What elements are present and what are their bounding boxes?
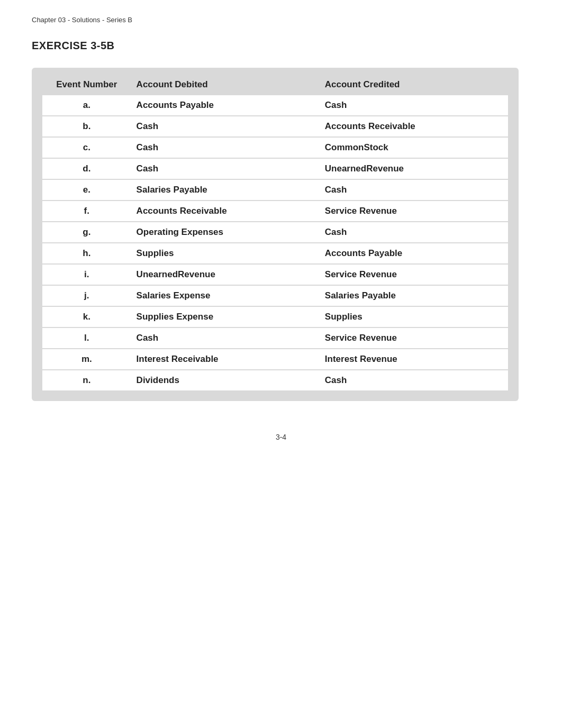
cell-credit: Supplies: [320, 306, 508, 327]
cell-event: f.: [42, 201, 131, 222]
cell-debit: Cash: [131, 327, 320, 349]
chapter-header: Chapter 03 - Solutions - Series B: [32, 16, 530, 24]
cell-credit: Interest Revenue: [320, 349, 508, 370]
cell-debit: UnearnedRevenue: [131, 264, 320, 285]
cell-event: e.: [42, 179, 131, 201]
cell-debit: Salaries Payable: [131, 179, 320, 201]
cell-debit: Accounts Payable: [131, 95, 320, 116]
table-header-row: Event Number Account Debited Account Cre…: [42, 73, 508, 95]
cell-event: g.: [42, 222, 131, 243]
cell-credit: Cash: [320, 179, 508, 201]
table-row: h.SuppliesAccounts Payable: [42, 243, 508, 264]
col-header-credit: Account Credited: [320, 73, 508, 95]
cell-debit: Supplies Expense: [131, 306, 320, 327]
cell-event: b.: [42, 116, 131, 137]
col-header-debit: Account Debited: [131, 73, 320, 95]
table-row: m.Interest ReceivableInterest Revenue: [42, 349, 508, 370]
cell-debit: Supplies: [131, 243, 320, 264]
cell-debit: Cash: [131, 116, 320, 137]
cell-event: k.: [42, 306, 131, 327]
cell-debit: Interest Receivable: [131, 349, 320, 370]
cell-credit: Service Revenue: [320, 264, 508, 285]
table-row: n.DividendsCash: [42, 370, 508, 390]
cell-credit: Salaries Payable: [320, 285, 508, 306]
cell-credit: Service Revenue: [320, 201, 508, 222]
cell-credit: Cash: [320, 370, 508, 390]
cell-debit: Operating Expenses: [131, 222, 320, 243]
cell-credit: Cash: [320, 222, 508, 243]
cell-debit: Dividends: [131, 370, 320, 390]
cell-event: d.: [42, 158, 131, 179]
cell-debit: Cash: [131, 158, 320, 179]
col-header-event: Event Number: [42, 73, 131, 95]
cell-event: i.: [42, 264, 131, 285]
cell-credit: Accounts Receivable: [320, 116, 508, 137]
table-row: j.Salaries ExpenseSalaries Payable: [42, 285, 508, 306]
table-row: b.CashAccounts Receivable: [42, 116, 508, 137]
table-row: c.CashCommonStock: [42, 137, 508, 158]
cell-credit: Service Revenue: [320, 327, 508, 349]
table-row: f.Accounts ReceivableService Revenue: [42, 201, 508, 222]
cell-event: h.: [42, 243, 131, 264]
table-row: e.Salaries PayableCash: [42, 179, 508, 201]
page-footer: 3-4: [32, 433, 530, 441]
table-row: l.CashService Revenue: [42, 327, 508, 349]
table-row: d.CashUnearnedRevenue: [42, 158, 508, 179]
cell-credit: UnearnedRevenue: [320, 158, 508, 179]
cell-debit: Salaries Expense: [131, 285, 320, 306]
table-row: i.UnearnedRevenueService Revenue: [42, 264, 508, 285]
cell-event: c.: [42, 137, 131, 158]
table-container: Event Number Account Debited Account Cre…: [32, 68, 519, 401]
cell-event: m.: [42, 349, 131, 370]
table-row: a.Accounts PayableCash: [42, 95, 508, 116]
cell-debit: Accounts Receivable: [131, 201, 320, 222]
cell-credit: Cash: [320, 95, 508, 116]
cell-credit: Accounts Payable: [320, 243, 508, 264]
cell-credit: CommonStock: [320, 137, 508, 158]
accounting-table: Event Number Account Debited Account Cre…: [42, 73, 508, 390]
cell-event: a.: [42, 95, 131, 116]
cell-event: l.: [42, 327, 131, 349]
cell-debit: Cash: [131, 137, 320, 158]
table-row: k.Supplies ExpenseSupplies: [42, 306, 508, 327]
cell-event: j.: [42, 285, 131, 306]
exercise-title: EXERCISE 3-5B: [32, 40, 530, 52]
cell-event: n.: [42, 370, 131, 390]
table-row: g.Operating ExpensesCash: [42, 222, 508, 243]
